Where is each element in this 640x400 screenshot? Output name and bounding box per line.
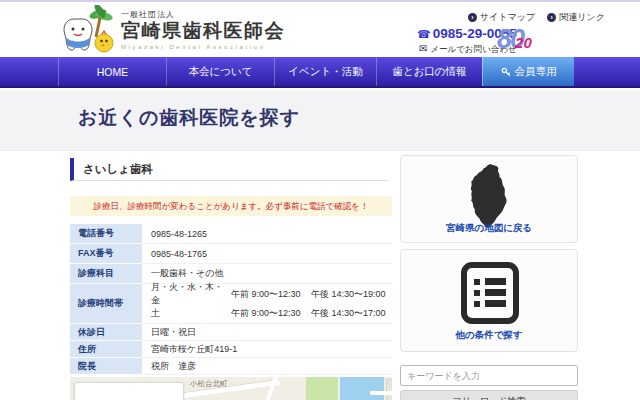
nav-item-home[interactable]: HOME [58, 57, 166, 86]
site-header: 一般社団法人 宮崎県歯科医師会 Miyazaki Dental Associat… [0, 2, 640, 57]
related-links-label: 関連リンク [559, 11, 605, 24]
keyword-input[interactable] [400, 365, 578, 386]
page-title-band: お近くの歯科医院を探す [0, 90, 640, 151]
map-road [370, 391, 392, 395]
page-title: お近くの歯科医院を探す [78, 105, 300, 131]
row-label: 診療科目 [70, 264, 142, 284]
row-label: FAX番号 [70, 244, 142, 264]
map-water-area [340, 377, 384, 400]
table-row-phone: 電話番号 0985-48-1265 [70, 224, 392, 244]
nav-item-events[interactable]: イベント・活動 [274, 57, 376, 86]
search-other-conditions-button[interactable]: 他の条件で探す [400, 249, 578, 352]
clinic-name-heading: さいしょ歯科 [70, 158, 388, 181]
sitemap-link-label: サイトマップ [480, 11, 535, 24]
nav-members-label: 会員専用 [515, 65, 557, 79]
hours-pm: 午後 14:30〜17:00 [311, 307, 392, 320]
miyazaki-prefecture-icon [460, 162, 520, 230]
utility-links: › サイトマップ › 関連リンク [468, 11, 605, 24]
map-park-area [306, 377, 338, 400]
nav-item-members[interactable]: 会員専用 [482, 57, 574, 86]
hours-pm: 午後 14:30〜19:00 [311, 288, 392, 301]
row-label: 診療時間帯 [70, 284, 142, 324]
key-icon [501, 67, 511, 77]
row-value: 日曜・祝日 [142, 324, 392, 341]
table-row-director: 院長 税所 達彦 [70, 358, 392, 375]
hours-row-saturday: 土 午前 9:00〜12:30 午後 14:30〜17:00 [142, 304, 392, 323]
org-name: 宮崎県歯科医師会 [121, 20, 285, 43]
row-value: 税所 達彦 [142, 358, 392, 375]
map-block [386, 379, 392, 400]
table-row-address: 住所 宮崎市桜ケ丘町419-1 [70, 341, 392, 358]
row-value: 0985-48-1265 [142, 224, 392, 244]
row-label: 院長 [70, 358, 142, 375]
8020-logo[interactable]: 8020 [497, 24, 532, 55]
mascot-illustration [58, 5, 118, 56]
nav-item-oral-info[interactable]: 歯とお口の情報 [376, 57, 482, 86]
back-to-map-label: 宮崎県の地図に戻る [401, 222, 577, 235]
table-row-subjects: 診療科目 一般歯科・その他 [70, 264, 392, 284]
phone-icon: ☎ [417, 28, 431, 40]
nav-item-about[interactable]: 本会について [166, 57, 274, 86]
table-row-closed: 休診日 日曜・祝日 [70, 324, 392, 341]
site-logo[interactable]: 一般社団法人 宮崎県歯科医師会 Miyazaki Dental Associat… [121, 9, 285, 50]
conditions-list-icon [460, 261, 520, 325]
other-conditions-label: 他の条件で探す [401, 329, 577, 342]
sitemap-link[interactable]: › サイトマップ [468, 11, 535, 24]
clinic-notice: 診療日、診療時間が変わることがあります。必ず事前に電話で確認を！ [70, 196, 392, 216]
row-label: 住所 [70, 341, 142, 358]
page: 一般社団法人 宮崎県歯科医師会 Miyazaki Dental Associat… [0, 0, 640, 400]
org-name-en: Miyazaki Dental Association [121, 44, 285, 50]
hours-am: 午前 9:00〜12:30 [231, 307, 311, 320]
hours-am: 午前 9:00〜12:30 [231, 288, 311, 301]
related-links-link[interactable]: › 関連リンク [547, 11, 605, 24]
row-value: 月・火・水・木・金 午前 9:00〜12:30 午後 14:30〜19:00 土… [142, 284, 392, 324]
map-info-window [74, 382, 184, 400]
clinic-info-table: 電話番号 0985-48-1265 FAX番号 0985-48-1765 診療科… [70, 224, 392, 375]
back-to-prefecture-map-button[interactable]: 宮崎県の地図に戻る [400, 155, 578, 243]
row-label: 休診日 [70, 324, 142, 341]
hours-days: 土 [151, 307, 231, 320]
row-label: 電話番号 [70, 224, 142, 244]
row-value: 0985-48-1765 [142, 244, 392, 264]
mail-icon: ✉ [419, 43, 427, 54]
map-embed[interactable]: 小松台北町 [70, 377, 392, 400]
hours-row-weekdays: 月・火・水・木・金 午前 9:00〜12:30 午後 14:30〜19:00 [142, 284, 392, 304]
table-row-fax: FAX番号 0985-48-1765 [70, 244, 392, 264]
main-nav: HOME 本会について イベント・活動 歯とお口の情報 会員専用 [0, 57, 640, 88]
map-area-label: 小松台北町 [190, 379, 228, 389]
arrow-circle-icon: › [547, 13, 556, 22]
table-row-hours: 診療時間帯 月・火・水・木・金 午前 9:00〜12:30 午後 14:30〜1… [70, 284, 392, 324]
8020-logo-20: 20 [515, 34, 532, 51]
arrow-circle-icon: › [468, 13, 477, 22]
freeword-search-button[interactable]: フリーワード検索 [400, 390, 578, 400]
org-type-label: 一般社団法人 [121, 9, 285, 20]
row-value: 宮崎市桜ケ丘町419-1 [142, 341, 392, 358]
